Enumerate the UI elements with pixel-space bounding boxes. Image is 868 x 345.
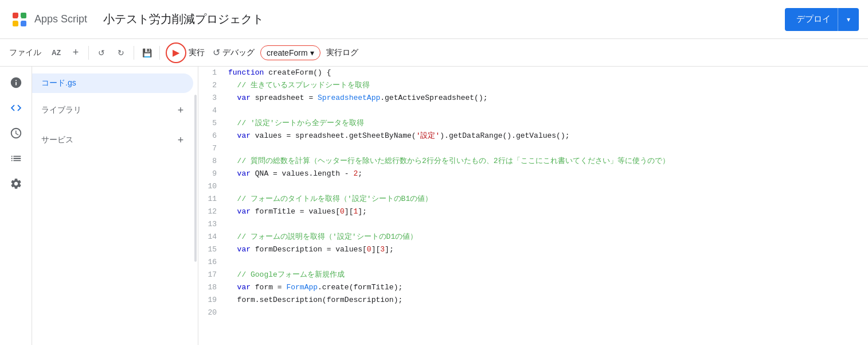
- nav-settings-button[interactable]: [5, 172, 28, 195]
- line-number: 10: [198, 180, 226, 193]
- exec-log-label: 実行ログ: [326, 48, 358, 57]
- table-row: 16: [198, 256, 868, 269]
- line-number: 15: [198, 243, 226, 256]
- table-row: 4: [198, 104, 868, 117]
- code-icon: [10, 102, 22, 114]
- toolbar: ファイル AZ + ↺ ↻ 💾 ▶ 実行 ↺ デバッグ createForm ▾…: [0, 39, 868, 67]
- table-row: 3 var spreadsheet = SpreadsheetApp.getAc…: [198, 92, 868, 104]
- line-number: 19: [198, 294, 226, 307]
- line-code: var values = spreadsheet.getSheetByName(…: [226, 130, 868, 142]
- table-row: 10: [198, 180, 868, 193]
- line-code: // フォームのタイトルを取得（'設定'シートのB1の値）: [226, 193, 868, 206]
- table-row: 13: [198, 218, 868, 231]
- table-row: 14 // フォームの説明を取得（'設定'シートのD1の値）: [198, 231, 868, 243]
- project-title: 小テスト労力削減プロジェクト: [103, 11, 264, 27]
- line-number: 17: [198, 269, 226, 281]
- table-row: 17 // Googleフォームを新規作成: [198, 269, 868, 281]
- table-row: 20: [198, 307, 868, 319]
- nav-code-button[interactable]: [5, 96, 28, 119]
- undo-button[interactable]: ↺: [92, 44, 111, 62]
- toolbar-divider-3: [159, 46, 160, 60]
- services-section: サービス +: [32, 125, 198, 155]
- left-nav: [0, 67, 32, 345]
- sidebar-scrollbar: [194, 95, 197, 262]
- line-code: var formDescription = values[0][3];: [226, 243, 868, 256]
- line-code: form.setDescription(formDescription);: [226, 294, 868, 307]
- undo-icon: ↺: [98, 48, 105, 57]
- line-code: [226, 256, 868, 269]
- nav-clock-button[interactable]: [5, 122, 28, 145]
- sort-az-button[interactable]: AZ: [47, 44, 65, 62]
- function-selector-button[interactable]: createForm ▾: [260, 45, 320, 60]
- clock-icon: [10, 127, 22, 139]
- save-icon: 💾: [142, 48, 152, 57]
- save-button[interactable]: 💾: [138, 44, 156, 62]
- line-code: var form = FormApp.create(formTitle);: [226, 281, 868, 294]
- libraries-header: ライブラリ +: [32, 98, 198, 123]
- line-number: 11: [198, 193, 226, 206]
- code-editor[interactable]: 1function createForm() {2 // 生きているスプレッドシ…: [198, 67, 868, 345]
- add-service-button[interactable]: +: [173, 132, 189, 148]
- line-number: 14: [198, 231, 226, 243]
- app-title: Apps Script: [34, 13, 87, 25]
- table-row: 8 // 質問の総数を計算（ヘッター行を除いた総行数から2行分を引いたもの、2行…: [198, 155, 868, 168]
- debug-label: デバッグ: [222, 48, 255, 58]
- files-label: ファイル: [5, 48, 46, 58]
- line-code: // 質問の総数を計算（ヘッター行を除いた総行数から2行分を引いたもの、2行は「…: [226, 155, 868, 168]
- deploy-dropdown-arrow[interactable]: ▾: [838, 8, 859, 31]
- deploy-label: デプロイ: [796, 14, 833, 25]
- line-number: 8: [198, 155, 226, 168]
- line-code: // 生きているスプレッドシートを取得: [226, 79, 868, 92]
- line-number: 2: [198, 79, 226, 92]
- toolbar-divider-1: [88, 46, 89, 60]
- run-button[interactable]: ▶ 実行: [163, 40, 207, 65]
- services-label: サービス: [41, 135, 73, 145]
- debug-icon: ↺: [213, 47, 220, 58]
- table-row: 1function createForm() {: [198, 67, 868, 79]
- line-code: // フォームの説明を取得（'設定'シートのD1の値）: [226, 231, 868, 243]
- line-code: // '設定'シートから全データを取得: [226, 117, 868, 130]
- line-number: 4: [198, 104, 226, 117]
- table-row: 7: [198, 142, 868, 155]
- line-code: function createForm() {: [226, 67, 868, 79]
- code-gs-file[interactable]: コード.gs: [32, 73, 193, 93]
- sidebar: コード.gs ライブラリ + サービス +: [32, 67, 198, 345]
- sort-az-icon: AZ: [52, 49, 61, 57]
- add-file-icon: +: [73, 46, 79, 59]
- nav-list-button[interactable]: [5, 147, 28, 170]
- table-row: 12 var formTitle = values[0][1];: [198, 206, 868, 218]
- line-code: [226, 218, 868, 231]
- line-number: 18: [198, 281, 226, 294]
- line-number: 13: [198, 218, 226, 231]
- line-number: 16: [198, 256, 226, 269]
- table-row: 5 // '設定'シートから全データを取得: [198, 117, 868, 130]
- add-file-button[interactable]: +: [67, 44, 85, 62]
- table-row: 18 var form = FormApp.create(formTitle);: [198, 281, 868, 294]
- line-number: 9: [198, 168, 226, 180]
- run-circle-icon: ▶: [166, 42, 186, 63]
- settings-icon: [10, 177, 22, 190]
- line-code: // Googleフォームを新規作成: [226, 269, 868, 281]
- table-row: 15 var formDescription = values[0][3];: [198, 243, 868, 256]
- files-section: コード.gs: [32, 71, 198, 95]
- line-number: 12: [198, 206, 226, 218]
- libraries-section: ライブラリ +: [32, 95, 198, 125]
- line-code: [226, 142, 868, 155]
- line-number: 6: [198, 130, 226, 142]
- exec-log-button[interactable]: 実行ログ: [322, 45, 363, 60]
- redo-button[interactable]: ↻: [112, 44, 130, 62]
- services-header: サービス +: [32, 127, 198, 153]
- line-number: 1: [198, 67, 226, 79]
- table-row: 11 // フォームのタイトルを取得（'設定'シートのB1の値）: [198, 193, 868, 206]
- main-layout: コード.gs ライブラリ + サービス + 1function createFo…: [0, 67, 868, 345]
- add-library-button[interactable]: +: [173, 102, 189, 118]
- line-code: [226, 180, 868, 193]
- run-label: 実行: [189, 48, 205, 58]
- nav-info-button[interactable]: [5, 71, 28, 94]
- table-row: 9 var QNA = values.length - 2;: [198, 168, 868, 180]
- line-code: var formTitle = values[0][1];: [226, 206, 868, 218]
- line-number: 3: [198, 92, 226, 104]
- table-row: 6 var values = spreadsheet.getSheetByNam…: [198, 130, 868, 142]
- debug-button[interactable]: ↺ デバッグ: [208, 45, 259, 60]
- deploy-button[interactable]: デプロイ ▾: [785, 8, 859, 31]
